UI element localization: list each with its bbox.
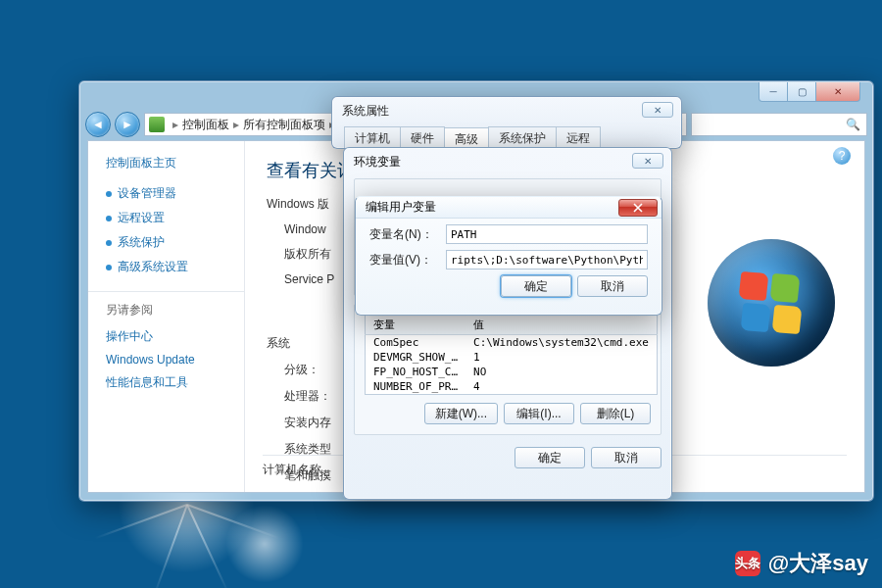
sidebar: 控制面板主页 设备管理器 远程设置 系统保护 高级系统设置 另请参阅 操作中心 …: [88, 141, 245, 492]
breadcrumb-item[interactable]: 控制面板: [182, 117, 229, 133]
nav-back-button[interactable]: ◄: [85, 112, 111, 137]
variable-value-input[interactable]: [446, 250, 648, 270]
tab-computer-name[interactable]: 计算机: [344, 126, 401, 148]
maximize-button[interactable]: ▢: [787, 82, 816, 102]
tab-hardware[interactable]: 硬件: [400, 126, 445, 148]
minimize-button[interactable]: ─: [759, 82, 788, 102]
column-variable[interactable]: 变量: [366, 316, 466, 335]
see-also-windows-update[interactable]: Windows Update: [106, 349, 230, 370]
window-title[interactable]: 环境变量: [354, 154, 662, 171]
delete-button[interactable]: 删除(L): [580, 403, 651, 424]
table-row[interactable]: FP_NO_HOST_C…NO: [366, 365, 658, 379]
system-variables-group: 系统变量(S) 变量值 ComSpecC:\Windows\system32\c…: [354, 304, 662, 435]
bullet-icon: [106, 191, 112, 197]
cancel-button[interactable]: 取消: [577, 275, 648, 297]
window-title[interactable]: 系统属性: [342, 103, 673, 120]
bullet-icon: [106, 265, 112, 270]
edit-user-variable-dialog: 编辑用户变量 变量名(N)： 变量值(V)： 确定 取消: [355, 196, 662, 316]
close-button[interactable]: [618, 199, 658, 217]
ok-button[interactable]: 确定: [501, 275, 571, 297]
close-button[interactable]: ✕: [642, 102, 673, 118]
sidebar-item-device-manager[interactable]: 设备管理器: [106, 181, 230, 206]
system-variables-table[interactable]: 变量值 ComSpecC:\Windows\system32\cmd.exe D…: [365, 315, 658, 395]
close-button[interactable]: ✕: [632, 153, 663, 169]
windows-logo: [708, 239, 835, 367]
search-icon: 🔍: [846, 118, 860, 131]
tabs: 计算机 硬件 高级 系统保护 远程: [344, 126, 600, 148]
see-also-performance[interactable]: 性能信息和工具: [106, 370, 230, 395]
variable-value-label: 变量值(V)：: [369, 252, 446, 269]
breadcrumb-item[interactable]: 所有控制面板项: [243, 117, 325, 133]
bullet-icon: [106, 216, 112, 221]
watermark: 头条 @大泽say: [735, 549, 868, 578]
tab-advanced[interactable]: 高级: [444, 127, 489, 149]
search-input[interactable]: 🔍: [691, 113, 867, 136]
sidebar-item-advanced[interactable]: 高级系统设置: [106, 255, 230, 279]
new-button[interactable]: 新建(W)...: [424, 403, 498, 424]
help-icon[interactable]: ?: [833, 147, 851, 165]
close-button[interactable]: ✕: [815, 82, 860, 102]
tab-system-protection[interactable]: 系统保护: [488, 126, 557, 148]
sidebar-item-remote[interactable]: 远程设置: [106, 206, 230, 230]
ok-button[interactable]: 确定: [514, 447, 585, 468]
bullet-icon: [106, 240, 112, 246]
sidebar-item-protection[interactable]: 系统保护: [106, 230, 230, 255]
system-properties-window: 系统属性 ✕ 计算机 硬件 高级 系统保护 远程: [331, 96, 682, 149]
cancel-button[interactable]: 取消: [591, 447, 662, 468]
tab-remote[interactable]: 远程: [556, 126, 601, 148]
see-also-title: 另请参阅: [106, 302, 230, 318]
control-panel-icon: [149, 117, 165, 132]
table-row[interactable]: NUMBER_OF_PR…4: [366, 379, 658, 395]
toutiao-icon: 头条: [735, 551, 760, 576]
nav-forward-button[interactable]: ►: [115, 112, 140, 137]
see-also-action-center[interactable]: 操作中心: [106, 324, 230, 349]
edit-button[interactable]: 编辑(I)...: [504, 403, 574, 424]
sidebar-home[interactable]: 控制面板主页: [106, 155, 230, 172]
table-row[interactable]: ComSpecC:\Windows\system32\cmd.exe: [366, 335, 658, 351]
column-value[interactable]: 值: [466, 316, 657, 335]
variable-name-input[interactable]: [446, 224, 648, 244]
variable-name-label: 变量名(N)：: [369, 226, 446, 243]
close-icon: [633, 203, 643, 213]
watermark-author: @大泽say: [768, 549, 868, 578]
titlebar[interactable]: 编辑用户变量: [356, 197, 662, 219]
table-row[interactable]: DEVMGR_SHOW_…1: [366, 350, 658, 365]
window-title: 编辑用户变量: [366, 199, 436, 216]
